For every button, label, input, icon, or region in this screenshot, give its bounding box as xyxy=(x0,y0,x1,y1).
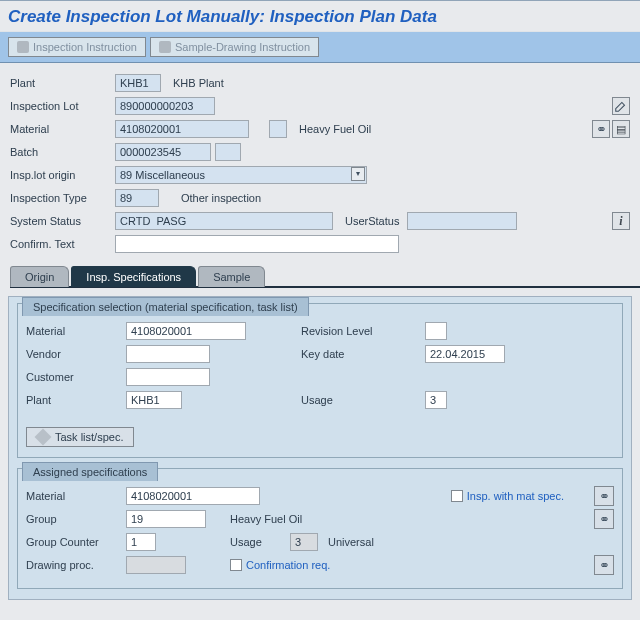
spec-plant-label: Plant xyxy=(26,394,126,406)
batch-extra-field[interactable] xyxy=(215,143,241,161)
sample-drawing-instruction-label: Sample-Drawing Instruction xyxy=(175,41,310,53)
specification-selection-title: Specification selection (material specif… xyxy=(22,297,309,316)
tab-content: Specification selection (material specif… xyxy=(8,296,632,600)
title-bar: Create Inspection Lot Manually: Inspecti… xyxy=(0,0,640,32)
spec-vendor-field[interactable] xyxy=(126,345,210,363)
assigned-specifications-panel: Assigned specifications Material Insp. w… xyxy=(17,468,623,589)
revision-level-label: Revision Level xyxy=(301,325,401,337)
assigned-usage-field xyxy=(290,533,318,551)
group-counter-field[interactable] xyxy=(126,533,156,551)
spec-customer-label: Customer xyxy=(26,371,126,383)
inspection-lot-label: Inspection Lot xyxy=(10,100,115,112)
drawing-proc-label: Drawing proc. xyxy=(26,559,126,571)
spec-material-field[interactable] xyxy=(126,322,246,340)
glasses-icon[interactable]: ⚭ xyxy=(594,555,614,575)
origin-label: Insp.lot origin xyxy=(10,169,115,181)
dropdown-icon[interactable]: ▾ xyxy=(351,167,365,181)
info-icon[interactable]: i xyxy=(612,212,630,230)
task-list-spec-button[interactable]: Task list/spec. xyxy=(26,427,134,447)
material-extra-field[interactable] xyxy=(269,120,287,138)
group-description: Heavy Fuel Oil xyxy=(230,513,302,525)
glasses-icon[interactable]: ⚭ xyxy=(594,509,614,529)
tab-strip: Origin Insp. Specifications Sample xyxy=(10,265,640,288)
confirm-text-field[interactable] xyxy=(115,235,399,253)
page-title: Create Inspection Lot Manually: Inspecti… xyxy=(8,7,632,27)
inspection-instruction-label: Inspection Instruction xyxy=(33,41,137,53)
drawing-proc-field xyxy=(126,556,186,574)
sample-drawing-instruction-button[interactable]: Sample-Drawing Instruction xyxy=(150,37,319,57)
group-counter-label: Group Counter xyxy=(26,536,126,548)
glasses-icon[interactable]: ⚭ xyxy=(594,486,614,506)
group-field[interactable] xyxy=(126,510,206,528)
user-status-label: UserStatus xyxy=(345,215,399,227)
batch-label: Batch xyxy=(10,146,115,158)
list-icon[interactable]: ▤ xyxy=(612,120,630,138)
material-field[interactable] xyxy=(115,120,249,138)
batch-field[interactable] xyxy=(115,143,211,161)
plant-description: KHB Plant xyxy=(161,77,224,89)
spec-customer-field[interactable] xyxy=(126,368,210,386)
user-status-field[interactable] xyxy=(407,212,517,230)
document-icon xyxy=(17,41,29,53)
plant-field[interactable] xyxy=(115,74,161,92)
assigned-specifications-title: Assigned specifications xyxy=(22,462,158,481)
confirmation-req-label: Confirmation req. xyxy=(246,559,330,571)
glasses-icon[interactable]: ⚭ xyxy=(592,120,610,138)
insp-mat-spec-label: Insp. with mat spec. xyxy=(467,490,564,502)
key-date-label: Key date xyxy=(301,348,401,360)
system-status-field[interactable] xyxy=(115,212,333,230)
tab-insp-specifications[interactable]: Insp. Specifications xyxy=(71,266,196,287)
diamond-icon xyxy=(35,429,52,446)
plant-label: Plant xyxy=(10,77,115,89)
assigned-usage-label: Usage xyxy=(230,536,290,548)
inspection-type-description: Other inspection xyxy=(159,192,261,204)
task-list-spec-label: Task list/spec. xyxy=(55,431,123,443)
material-description: Heavy Fuel Oil xyxy=(287,123,371,135)
inspection-instruction-button[interactable]: Inspection Instruction xyxy=(8,37,146,57)
inspection-type-field[interactable] xyxy=(115,189,159,207)
document-icon xyxy=(159,41,171,53)
key-date-field[interactable] xyxy=(425,345,505,363)
specification-selection-panel: Specification selection (material specif… xyxy=(17,303,623,458)
spec-material-label: Material xyxy=(26,325,126,337)
tab-sample[interactable]: Sample xyxy=(198,266,265,287)
system-status-label: System Status xyxy=(10,215,115,227)
spec-usage-field[interactable] xyxy=(425,391,447,409)
assigned-material-label: Material xyxy=(26,490,126,502)
origin-field[interactable] xyxy=(115,166,367,184)
insp-mat-spec-checkbox[interactable] xyxy=(451,490,463,502)
toolbar: Inspection Instruction Sample-Drawing In… xyxy=(0,32,640,63)
assigned-material-field[interactable] xyxy=(126,487,260,505)
edit-icon[interactable] xyxy=(612,97,630,115)
confirmation-req-checkbox[interactable] xyxy=(230,559,242,571)
tab-origin[interactable]: Origin xyxy=(10,266,69,287)
spec-usage-label: Usage xyxy=(301,394,401,406)
revision-level-field[interactable] xyxy=(425,322,447,340)
header-form: Plant KHB Plant Inspection Lot Material … xyxy=(0,63,640,261)
spec-vendor-label: Vendor xyxy=(26,348,126,360)
confirm-text-label: Confirm. Text xyxy=(10,238,115,250)
assigned-usage-description: Universal xyxy=(328,536,374,548)
inspection-lot-field[interactable] xyxy=(115,97,215,115)
inspection-type-label: Inspection Type xyxy=(10,192,115,204)
spec-plant-field[interactable] xyxy=(126,391,182,409)
group-label: Group xyxy=(26,513,126,525)
material-label: Material xyxy=(10,123,115,135)
